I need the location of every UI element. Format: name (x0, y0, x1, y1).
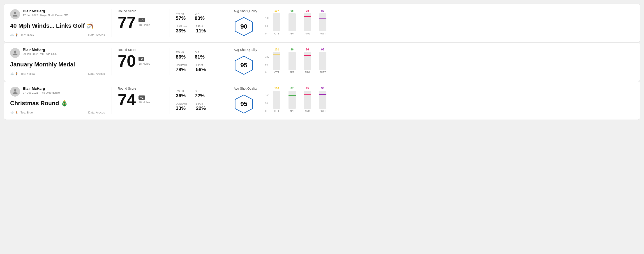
chart-ott-line (273, 15, 280, 15)
score-badge: -218 Holes (138, 57, 150, 65)
holes-label: 18 Holes (138, 62, 150, 65)
chart-ott-value: 107 (274, 9, 279, 12)
stat-fw-hit-value: 36% (176, 93, 186, 99)
score-number: 70 (118, 53, 136, 69)
hexagon: 90 (234, 16, 254, 37)
y-axis-100: 100 (265, 94, 269, 97)
chart-cols-group: 101OTT86APP96ARG99PUTT (271, 48, 329, 74)
hexagon-container: 95 (234, 94, 261, 114)
chart-ott-label: OTT (274, 71, 279, 74)
chart-app-value: 86 (290, 48, 294, 51)
chart-ott-line (273, 54, 280, 55)
round-score-label: Round Score (118, 48, 163, 52)
score-row: 70-218 Holes (118, 53, 163, 69)
stat-up-down-label: Up/Down (176, 64, 187, 67)
stat-gir: GIR83% (195, 12, 204, 21)
stat-up-down: Up/Down33% (176, 102, 187, 111)
chart-app-label: APP (290, 71, 294, 74)
chart-ott-value: 101 (274, 48, 279, 51)
tee-icons: ☁️🏌️ (10, 33, 19, 37)
stats-row-1: FW Hit86%GIR61% (176, 51, 221, 60)
player-info: Blair McHarg29 Jan 2022 · Mill Ride GCC (10, 48, 105, 58)
avg-shot-quality-label: Avg Shot Quality (234, 48, 261, 52)
chart-ott-label: OTT (274, 32, 279, 35)
round-card-0: Blair McHarg12 Feb 2022 · Royal North De… (4, 3, 640, 42)
player-info: Blair McHarg12 Feb 2022 · Royal North De… (10, 9, 105, 19)
chart-col-arg: 95ARG (302, 87, 313, 112)
player-name: Blair McHarg (23, 9, 68, 13)
score-row: 77+518 Holes (118, 14, 163, 30)
divider-2 (169, 48, 170, 75)
player-details: Blair McHarg27 Dec 2021 · The Oxfordshir… (23, 87, 60, 94)
divider-2 (169, 9, 170, 37)
stat-fw-hit-label: FW Hit (176, 51, 186, 54)
chart-putt-bar (319, 52, 326, 70)
chart-col-putt: 82PUTT (317, 9, 329, 35)
y-axis-0: 0 (265, 71, 269, 74)
score-section: Round Score74+218 Holes (118, 87, 163, 114)
chart-col-ott: 107OTT (271, 9, 283, 35)
chart-putt-line (319, 18, 326, 19)
stats-section: FW Hit57%GIR83%Up/Down33%1 Putt11% (176, 9, 221, 37)
stat-one-putt-label: 1 Putt (196, 64, 206, 67)
stat-gir-value: 83% (195, 15, 204, 21)
chart-putt-label: PUTT (320, 110, 326, 112)
data-source-label: Data: Arccos (88, 111, 105, 114)
stat-gir-label: GIR (195, 51, 204, 54)
chart-y-axis: 100 50 0 (265, 56, 269, 74)
score-diff-badge: +2 (138, 96, 145, 100)
chart-putt-value: 93 (321, 87, 324, 90)
chart-ott-bar (273, 13, 280, 31)
round-title: January Monthly Medal (10, 61, 105, 68)
chart-with-axis: 100 50 0 107OTT95APP98ARG82PUTT (265, 9, 634, 35)
chart-ott-bar (273, 52, 280, 70)
chart-putt-value: 99 (321, 48, 324, 51)
chart-ott-bar (273, 91, 280, 109)
hexagon: 95 (234, 94, 254, 114)
divider-2 (169, 87, 170, 114)
player-details: Blair McHarg12 Feb 2022 · Royal North De… (23, 9, 68, 17)
player-name: Blair McHarg (23, 48, 57, 52)
chart-arg-line (304, 16, 311, 17)
score-diff-badge: -2 (138, 57, 144, 61)
score-badge: +218 Holes (138, 96, 150, 104)
hex-score-value: 95 (240, 101, 247, 108)
chart-arg-value: 96 (306, 48, 309, 51)
chart-col-arg: 96ARG (302, 48, 313, 74)
left-section: Blair McHarg27 Dec 2021 · The Oxfordshir… (10, 87, 105, 114)
stat-gir-label: GIR (195, 12, 204, 15)
chart-with-axis: 100 50 0 110OTT87APP95ARG93PUTT (265, 87, 634, 112)
chart-col-app: 87APP (286, 87, 298, 112)
score-section: Round Score77+518 Holes (118, 9, 163, 37)
stats-row-2: Up/Down33%1 Putt11% (176, 25, 221, 34)
chart-app-line (288, 57, 296, 57)
player-name: Blair McHarg (23, 87, 60, 91)
stat-one-putt: 1 Putt22% (196, 102, 206, 111)
player-meta: 29 Jan 2022 · Mill Ride GCC (23, 52, 57, 56)
chart-cols-group: 107OTT95APP98ARG82PUTT (271, 9, 329, 35)
chart-section: 100 50 0 110OTT87APP95ARG93PUTT (261, 87, 634, 114)
round-card-1: Blair McHarg29 Jan 2022 · Mill Ride GCCJ… (4, 42, 640, 81)
chart-section: 100 50 0 101OTT86APP96ARG99PUTT (261, 48, 634, 75)
round-score-label: Round Score (118, 9, 163, 13)
round-title: 40 Mph Winds... Links Golf 🪃 (10, 22, 105, 29)
hexagon-container: 90 (234, 16, 261, 37)
chart-arg-label: ARG (305, 32, 310, 35)
chart-app-bar (288, 52, 296, 70)
bag-icon: 🏌️ (15, 111, 19, 114)
score-number: 77 (118, 14, 136, 30)
chart-col-putt: 93PUTT (317, 87, 329, 112)
y-axis-50: 50 (265, 102, 269, 105)
stat-gir-value: 72% (195, 93, 204, 99)
weather-icon: ☁️ (10, 33, 14, 37)
hexagon: 95 (234, 55, 254, 75)
chart-putt-label: PUTT (320, 71, 326, 74)
stat-fw-hit: FW Hit36% (176, 90, 186, 99)
divider-1 (111, 48, 112, 75)
chart-putt-line (319, 94, 326, 95)
stat-one-putt: 1 Putt56% (196, 64, 206, 73)
stat-up-down-value: 78% (176, 67, 187, 73)
avatar (10, 9, 20, 19)
hex-score-value: 95 (240, 62, 247, 69)
chart-col-app: 86APP (286, 48, 298, 74)
